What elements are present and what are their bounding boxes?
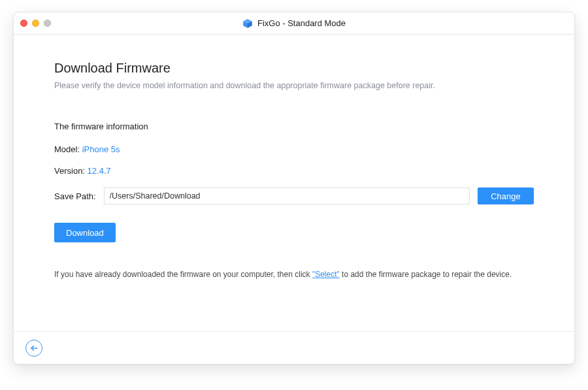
minimize-icon[interactable] [32,20,39,27]
footnote: If you have already downloaded the firmw… [54,270,534,279]
model-label: Model: [54,144,82,154]
window-controls [20,20,51,27]
window-title-group: FixGo - Standard Mode [242,18,346,29]
footnote-post: to add the firmware package to repair th… [340,270,512,279]
firmware-section-title: The firmware information [54,122,534,131]
page-subtitle: Please verify the device model informati… [54,81,534,90]
version-row: Version: 12.4.7 [54,166,534,176]
save-path-input[interactable] [104,187,470,204]
app-icon [242,18,253,29]
zoom-icon[interactable] [44,20,51,27]
titlebar: FixGo - Standard Mode [14,12,574,35]
window-title: FixGo - Standard Mode [257,18,346,28]
back-button[interactable] [25,340,42,357]
save-path-row: Save Path: Change [54,187,534,204]
download-button[interactable]: Download [54,223,116,242]
app-window: FixGo - Standard Mode Download Firmware … [13,12,575,365]
model-row: Model: iPhone 5s [54,144,534,154]
version-value: 12.4.7 [88,166,111,176]
close-icon[interactable] [20,20,27,27]
model-value: iPhone 5s [82,144,120,154]
select-link[interactable]: "Select" [312,270,340,279]
page-title: Download Firmware [54,61,534,76]
change-button[interactable]: Change [478,187,534,204]
main-content: Download Firmware Please verify the devi… [14,35,574,331]
arrow-left-icon [29,344,39,353]
footnote-pre: If you have already downloaded the firmw… [54,270,312,279]
footer-bar [14,331,574,364]
save-path-label: Save Path: [54,191,96,201]
version-label: Version: [54,166,88,176]
